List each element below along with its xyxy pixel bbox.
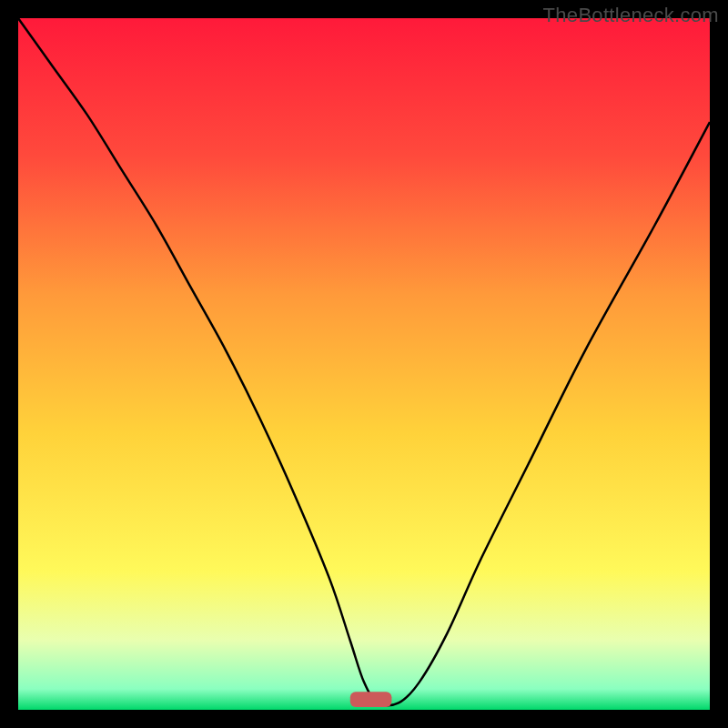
gradient-background <box>18 18 710 710</box>
plot-area <box>18 18 710 710</box>
watermark-label: TheBottleneck.com <box>543 4 719 27</box>
chart-root: TheBottleneck.com <box>0 0 728 728</box>
chart-svg <box>18 18 710 710</box>
min-point-marker <box>350 692 392 707</box>
